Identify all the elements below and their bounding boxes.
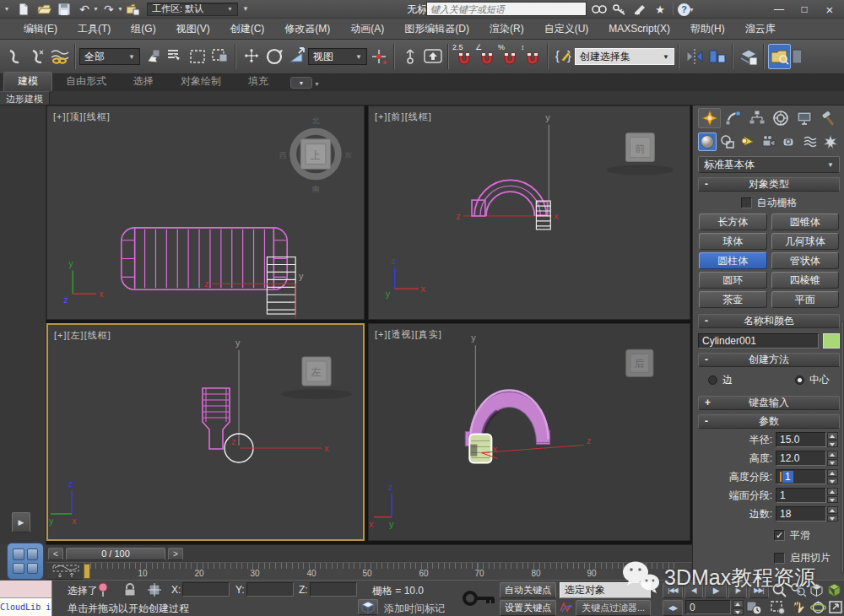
ribbon-tab-freeform[interactable]: 自由形式	[52, 73, 120, 91]
align-icon[interactable]	[706, 44, 728, 69]
selection-region-icon[interactable]	[770, 600, 786, 615]
cap-segments-field[interactable]: 1	[776, 488, 826, 503]
search-input[interactable]	[426, 2, 587, 16]
systems-category-icon[interactable]	[821, 132, 840, 151]
auto-key-button[interactable]: 自动关键点	[500, 582, 556, 598]
rollout-parameters[interactable]: -参数	[698, 414, 840, 429]
goto-end-button[interactable]: ▶▶|	[749, 582, 769, 598]
layer-manager-icon[interactable]	[737, 44, 760, 69]
object-color-swatch[interactable]	[823, 333, 840, 349]
slice-checkbox[interactable]	[774, 553, 785, 564]
edit-named-selection-icon[interactable]: {}	[552, 44, 575, 69]
scene-explorer-toggle-icon[interactable]	[768, 44, 791, 69]
angle-snap-icon[interactable]: ∠	[475, 44, 498, 69]
sides-spinner[interactable]	[827, 506, 838, 521]
viewport-front[interactable]: [+][前][线框] y z x	[368, 105, 690, 320]
height-field[interactable]: 12.0	[776, 451, 826, 466]
viewport-top[interactable]: [+][顶][线框] 上 北 南 西 东	[46, 105, 365, 320]
window-crossing-icon[interactable]	[208, 44, 231, 69]
menu-tools[interactable]: 工具(T)	[68, 19, 121, 39]
viewcube-top[interactable]: 上 北 南 西 东	[279, 116, 352, 193]
maxscript-mini-listener[interactable]: CloudLib i:	[0, 598, 52, 616]
isolate-pin-icon[interactable]	[96, 582, 110, 597]
spinner-snap-icon[interactable]: ↕	[521, 44, 544, 69]
communication-icon[interactable]	[630, 2, 650, 18]
workspace-combo[interactable]: 工作区: 默认▼	[147, 3, 238, 16]
set-key-button[interactable]: 设置关键点	[500, 600, 556, 616]
zoom-extents-all-icon[interactable]	[826, 582, 842, 598]
bind-spacewarp-icon[interactable]	[48, 44, 71, 69]
track-bar[interactable]: 0 10 20 30 40 50 60 70 80 90	[46, 562, 692, 580]
viewcube-perspective[interactable]: 后	[626, 349, 653, 376]
frame-spinner[interactable]	[733, 600, 744, 615]
ribbon-tab-modeling[interactable]: 建模	[3, 72, 52, 91]
mirror-icon[interactable]	[683, 44, 706, 69]
viewport-perspective[interactable]: [+][透视][真实] y z	[368, 323, 690, 541]
viewcube-front[interactable]: 前	[607, 133, 674, 176]
radius-spinner[interactable]	[827, 432, 838, 447]
torus-button[interactable]: 圆环	[699, 272, 767, 289]
ribbon-panel-polymodeling[interactable]: 边形建模	[0, 91, 50, 105]
use-pivot-center-icon[interactable]	[367, 44, 390, 69]
play-button[interactable]: ▶	[705, 582, 727, 598]
sides-field[interactable]: 18	[776, 506, 826, 521]
viewport-top-label[interactable]: [+][顶][线框]	[53, 111, 111, 123]
snap-toggle-icon[interactable]: 2.5	[452, 44, 475, 69]
ribbon-tab-populate[interactable]: 填充	[235, 73, 282, 91]
cap-segments-spinner[interactable]	[827, 488, 838, 503]
sphere-button[interactable]: 球体	[699, 233, 767, 250]
lights-category-icon[interactable]	[739, 132, 758, 151]
named-selection-sets-combo[interactable]: 创建选择集▼	[575, 48, 674, 65]
percent-snap-icon[interactable]: %	[498, 44, 521, 69]
maximize-viewport-icon[interactable]	[828, 600, 844, 615]
cylinder-button[interactable]: 圆柱体	[699, 252, 767, 269]
menu-edit[interactable]: 编辑(E)	[14, 19, 68, 39]
undo-flyout-icon[interactable]: ▼	[93, 6, 99, 12]
next-frame-arrow[interactable]: >	[168, 548, 183, 560]
open-mini-curve-editor-icon[interactable]	[51, 565, 80, 578]
key-mode-toggle[interactable]: ◀▶	[663, 600, 683, 616]
teapot-button[interactable]: 茶壶	[699, 291, 767, 308]
viewport-front-label[interactable]: [+][前][线框]	[375, 111, 432, 123]
cone-button[interactable]: 圆锥体	[771, 213, 840, 230]
ribbon-minimize-icon[interactable]: ▼	[290, 77, 312, 89]
utilities-tab-icon[interactable]	[816, 108, 839, 128]
z-coord-field[interactable]	[310, 582, 357, 597]
menu-animation[interactable]: 动画(A)	[340, 19, 394, 39]
command-panel-scrollbar[interactable]	[841, 321, 844, 574]
select-object-icon[interactable]	[140, 44, 163, 69]
viewport-layout-tab-button[interactable]	[7, 543, 44, 580]
viewport-perspective-label[interactable]: [+][透视][真实]	[375, 328, 442, 341]
cameras-category-icon[interactable]	[760, 132, 778, 151]
menu-maxscript[interactable]: MAXScript(X)	[598, 20, 680, 37]
center-radio-option[interactable]: 中心	[795, 373, 830, 387]
menu-group[interactable]: 组(G)	[121, 19, 165, 39]
select-and-manipulate-icon[interactable]	[398, 44, 421, 69]
height-segments-field[interactable]: 1	[776, 469, 826, 484]
next-frame-button[interactable]: |▶	[728, 582, 747, 598]
object-name-field[interactable]: Cylinder001	[698, 333, 819, 349]
menu-customize[interactable]: 自定义(U)	[534, 19, 599, 39]
rectangular-selection-region-icon[interactable]	[186, 44, 208, 69]
reference-coordinate-combo[interactable]: 视图▼	[308, 48, 367, 65]
favorites-star-icon[interactable]: ★	[650, 2, 670, 18]
redo-icon[interactable]: ↷	[100, 2, 118, 17]
rollout-object-type[interactable]: -对象类型	[698, 177, 840, 192]
zoom-extents-icon[interactable]	[809, 582, 825, 598]
close-button[interactable]: ×	[817, 2, 842, 17]
maximize-button[interactable]: □	[792, 2, 817, 17]
select-and-move-icon[interactable]	[240, 44, 262, 69]
selection-lock-icon[interactable]	[123, 582, 137, 597]
select-and-link-icon[interactable]	[3, 44, 25, 69]
search-icon[interactable]	[589, 2, 609, 18]
selection-filter-combo[interactable]: 全部▼	[79, 48, 140, 65]
orbit-icon[interactable]	[810, 600, 826, 615]
ribbon-tab-selection[interactable]: 选择	[120, 73, 167, 91]
zoom-all-icon[interactable]	[790, 582, 806, 598]
undo-icon[interactable]: ↶	[75, 2, 94, 17]
select-and-rotate-icon[interactable]	[262, 44, 285, 69]
menu-rendering[interactable]: 渲染(R)	[479, 19, 534, 39]
workspace-flyout-icon[interactable]: ▼	[239, 2, 252, 17]
height-segments-spinner[interactable]	[827, 469, 838, 484]
minimize-button[interactable]: —	[766, 2, 792, 17]
